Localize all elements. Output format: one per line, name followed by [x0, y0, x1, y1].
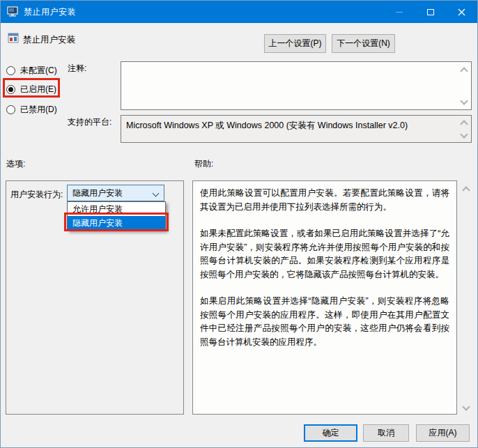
- apply-button[interactable]: 应用(A): [416, 424, 470, 442]
- help-text-box[interactable]: 使用此策略设置可以配置用户安装。若要配置此策略设置，请将其设置为已启用并使用下拉…: [192, 180, 457, 415]
- user-install-behavior-label: 用户安装行为:: [10, 189, 63, 201]
- chevron-down-icon: [153, 191, 159, 196]
- supported-scroll-down-icon[interactable]: [461, 132, 468, 139]
- comment-scroll-down-icon[interactable]: [461, 98, 468, 105]
- window-title: 禁止用户安装: [24, 6, 76, 18]
- titlebar: 禁止用户安装: [1, 1, 477, 23]
- radio-not-configured-circle[interactable]: [6, 66, 15, 75]
- close-button[interactable]: [446, 1, 477, 23]
- radio-enabled[interactable]: 已启用(E): [6, 84, 56, 95]
- close-icon: [458, 8, 465, 16]
- comment-label: 注释:: [68, 63, 86, 75]
- supported-on-label: 支持的平台:: [68, 116, 111, 128]
- dropdown-selected-value: 隐藏用户安装: [72, 187, 123, 199]
- next-setting-button[interactable]: 下一个设置(N): [332, 34, 395, 53]
- dropdown-open-list: 允许用户安装 隐藏用户安装: [67, 201, 166, 231]
- policy-settings-window: 禁止用户安装 禁止用户安装 上一个设置(P) 下一个设置(N) 未配置(C): [0, 0, 478, 448]
- supported-scroll-up-icon[interactable]: [461, 119, 468, 126]
- help-paragraph-1: 使用此策略设置可以配置用户安装。若要配置此策略设置，请将其设置为已启用并使用下拉…: [200, 187, 449, 214]
- help-paragraph-2: 如果未配置此策略设置，或者如果已启用此策略设置并选择了“允许用户安装”，则安装程…: [200, 227, 449, 281]
- radio-enabled-label: 已启用(E): [20, 84, 56, 95]
- maximize-button[interactable]: [415, 1, 446, 23]
- maximize-icon: [427, 9, 434, 15]
- help-label: 帮助:: [194, 158, 213, 170]
- dropdown-option-allow[interactable]: 允许用户安装: [68, 202, 165, 216]
- policy-setting-icon: [8, 33, 19, 44]
- radio-enabled-circle[interactable]: [6, 85, 15, 94]
- help-paragraph-3: 如果启用此策略设置并选择“隐藏用户安装”，则安装程序将忽略按照每个用户安装的应用…: [200, 295, 449, 349]
- comment-scroll-up-icon[interactable]: [461, 66, 468, 73]
- app-icon: [7, 6, 19, 17]
- policy-title: 禁止用户安装: [23, 34, 75, 46]
- window-controls: [383, 1, 477, 23]
- user-install-behavior-dropdown[interactable]: 隐藏用户安装: [67, 185, 164, 201]
- comment-textarea[interactable]: [121, 61, 472, 110]
- dialog-body: 禁止用户安装 上一个设置(P) 下一个设置(N) 未配置(C) 已启用(E) 已…: [1, 23, 477, 447]
- help-scroll-down-icon[interactable]: [463, 404, 470, 411]
- help-scroll-up-icon[interactable]: [463, 185, 470, 192]
- previous-setting-button[interactable]: 上一个设置(P): [264, 34, 326, 53]
- minimize-button[interactable]: [383, 1, 415, 23]
- cancel-button[interactable]: 取消: [363, 424, 409, 442]
- options-label: 选项:: [6, 158, 25, 170]
- radio-disabled-circle[interactable]: [6, 105, 15, 114]
- minimize-icon: [396, 12, 403, 13]
- radio-not-configured[interactable]: 未配置(C): [6, 65, 57, 76]
- radio-disabled-label: 已禁用(D): [20, 104, 57, 116]
- dropdown-option-hide[interactable]: 隐藏用户安装: [68, 216, 165, 230]
- radio-not-configured-label: 未配置(C): [20, 65, 57, 77]
- ok-button[interactable]: 确定: [304, 424, 357, 442]
- supported-on-value: Microsoft Windows XP 或 Windows 2000 (安装有…: [126, 121, 408, 130]
- supported-on-field: Microsoft Windows XP 或 Windows 2000 (安装有…: [121, 115, 472, 143]
- radio-disabled[interactable]: 已禁用(D): [6, 104, 57, 115]
